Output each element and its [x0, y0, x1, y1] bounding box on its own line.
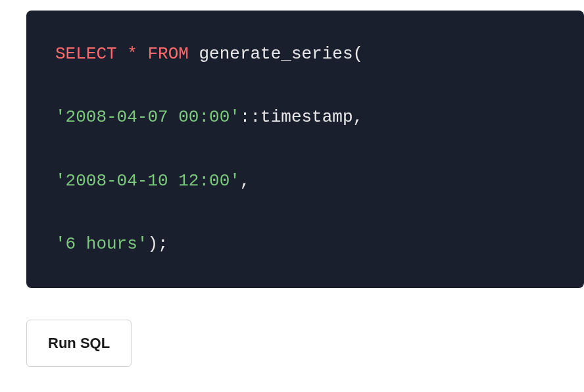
sql-code-block: SELECT * FROM generate_series( '2008-04-… — [26, 11, 584, 288]
semicolon: ; — [158, 234, 168, 254]
code-line-3: '2008-04-10 12:00', — [55, 169, 555, 193]
close-paren: ) — [147, 234, 158, 254]
keyword-from: FROM — [147, 44, 188, 64]
code-line-2: '2008-04-07 00:00'::timestamp, — [55, 105, 555, 129]
keyword-select: SELECT — [55, 44, 117, 64]
cast-operator: :: — [240, 107, 260, 127]
run-sql-button[interactable]: Run SQL — [26, 320, 132, 367]
string-literal-3: '6 hours' — [55, 234, 147, 254]
code-line-4: '6 hours'); — [55, 232, 555, 256]
operator-star: * — [127, 44, 137, 64]
type-timestamp: timestamp — [260, 107, 353, 127]
comma-1: , — [353, 107, 364, 127]
function-name: generate_series — [199, 44, 353, 64]
string-literal-2: '2008-04-10 12:00' — [55, 171, 240, 191]
code-line-1: SELECT * FROM generate_series( — [55, 42, 555, 66]
open-paren: ( — [353, 44, 364, 64]
comma-2: , — [240, 171, 251, 191]
button-container: Run SQL — [26, 320, 584, 367]
string-literal-1: '2008-04-07 00:00' — [55, 107, 240, 127]
